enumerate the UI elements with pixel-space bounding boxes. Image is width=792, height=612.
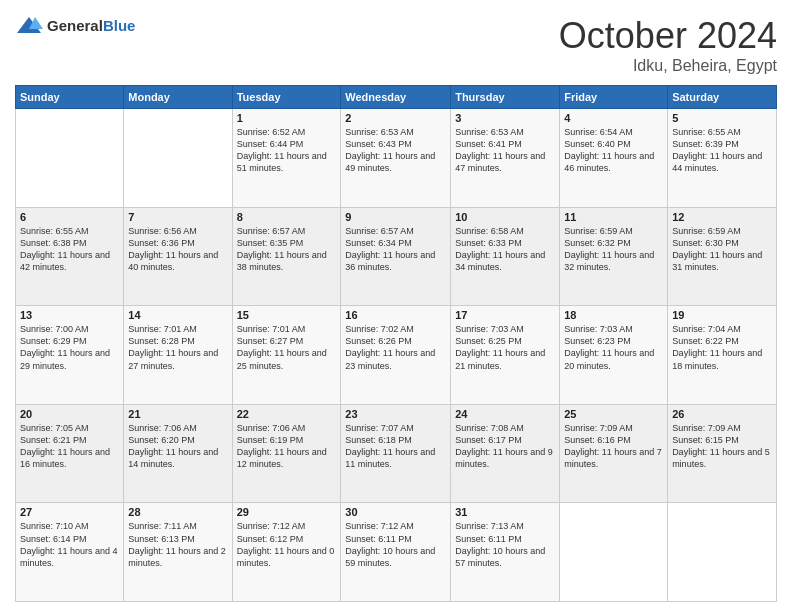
day-number: 27 — [20, 506, 119, 518]
calendar-cell — [668, 503, 777, 602]
calendar-cell — [16, 109, 124, 208]
cell-sun-info: Sunrise: 6:59 AM Sunset: 6:32 PM Dayligh… — [564, 225, 663, 274]
calendar-table: SundayMondayTuesdayWednesdayThursdayFrid… — [15, 85, 777, 602]
header: GeneralBlue October 2024 Idku, Beheira, … — [15, 15, 777, 75]
cell-sun-info: Sunrise: 7:10 AM Sunset: 6:14 PM Dayligh… — [20, 520, 119, 569]
cell-sun-info: Sunrise: 7:13 AM Sunset: 6:11 PM Dayligh… — [455, 520, 555, 569]
calendar-cell: 1Sunrise: 6:52 AM Sunset: 6:44 PM Daylig… — [232, 109, 341, 208]
calendar-cell: 18Sunrise: 7:03 AM Sunset: 6:23 PM Dayli… — [560, 306, 668, 405]
weekday-saturday: Saturday — [668, 86, 777, 109]
weekday-tuesday: Tuesday — [232, 86, 341, 109]
day-number: 23 — [345, 408, 446, 420]
day-number: 20 — [20, 408, 119, 420]
calendar-cell: 3Sunrise: 6:53 AM Sunset: 6:41 PM Daylig… — [451, 109, 560, 208]
week-row-5: 27Sunrise: 7:10 AM Sunset: 6:14 PM Dayli… — [16, 503, 777, 602]
calendar-cell: 24Sunrise: 7:08 AM Sunset: 6:17 PM Dayli… — [451, 404, 560, 503]
calendar-cell: 15Sunrise: 7:01 AM Sunset: 6:27 PM Dayli… — [232, 306, 341, 405]
cell-sun-info: Sunrise: 7:05 AM Sunset: 6:21 PM Dayligh… — [20, 422, 119, 471]
cell-sun-info: Sunrise: 7:03 AM Sunset: 6:23 PM Dayligh… — [564, 323, 663, 372]
weekday-header-row: SundayMondayTuesdayWednesdayThursdayFrid… — [16, 86, 777, 109]
month-title: October 2024 — [559, 15, 777, 57]
calendar-cell: 20Sunrise: 7:05 AM Sunset: 6:21 PM Dayli… — [16, 404, 124, 503]
cell-sun-info: Sunrise: 7:02 AM Sunset: 6:26 PM Dayligh… — [345, 323, 446, 372]
week-row-4: 20Sunrise: 7:05 AM Sunset: 6:21 PM Dayli… — [16, 404, 777, 503]
calendar-cell: 19Sunrise: 7:04 AM Sunset: 6:22 PM Dayli… — [668, 306, 777, 405]
calendar-cell: 8Sunrise: 6:57 AM Sunset: 6:35 PM Daylig… — [232, 207, 341, 306]
cell-sun-info: Sunrise: 6:58 AM Sunset: 6:33 PM Dayligh… — [455, 225, 555, 274]
calendar-cell: 7Sunrise: 6:56 AM Sunset: 6:36 PM Daylig… — [124, 207, 232, 306]
calendar-cell: 21Sunrise: 7:06 AM Sunset: 6:20 PM Dayli… — [124, 404, 232, 503]
calendar-cell: 25Sunrise: 7:09 AM Sunset: 6:16 PM Dayli… — [560, 404, 668, 503]
calendar-cell: 23Sunrise: 7:07 AM Sunset: 6:18 PM Dayli… — [341, 404, 451, 503]
cell-sun-info: Sunrise: 6:57 AM Sunset: 6:34 PM Dayligh… — [345, 225, 446, 274]
calendar-cell: 29Sunrise: 7:12 AM Sunset: 6:12 PM Dayli… — [232, 503, 341, 602]
day-number: 16 — [345, 309, 446, 321]
calendar-cell: 12Sunrise: 6:59 AM Sunset: 6:30 PM Dayli… — [668, 207, 777, 306]
logo: GeneralBlue — [15, 15, 135, 37]
cell-sun-info: Sunrise: 6:59 AM Sunset: 6:30 PM Dayligh… — [672, 225, 772, 274]
calendar-cell: 6Sunrise: 6:55 AM Sunset: 6:38 PM Daylig… — [16, 207, 124, 306]
day-number: 8 — [237, 211, 337, 223]
day-number: 28 — [128, 506, 227, 518]
day-number: 6 — [20, 211, 119, 223]
calendar-cell: 14Sunrise: 7:01 AM Sunset: 6:28 PM Dayli… — [124, 306, 232, 405]
day-number: 13 — [20, 309, 119, 321]
day-number: 18 — [564, 309, 663, 321]
cell-sun-info: Sunrise: 6:52 AM Sunset: 6:44 PM Dayligh… — [237, 126, 337, 175]
calendar-cell: 17Sunrise: 7:03 AM Sunset: 6:25 PM Dayli… — [451, 306, 560, 405]
cell-sun-info: Sunrise: 6:55 AM Sunset: 6:38 PM Dayligh… — [20, 225, 119, 274]
location-title: Idku, Beheira, Egypt — [559, 57, 777, 75]
calendar-cell: 31Sunrise: 7:13 AM Sunset: 6:11 PM Dayli… — [451, 503, 560, 602]
calendar-cell: 28Sunrise: 7:11 AM Sunset: 6:13 PM Dayli… — [124, 503, 232, 602]
day-number: 21 — [128, 408, 227, 420]
calendar-cell: 11Sunrise: 6:59 AM Sunset: 6:32 PM Dayli… — [560, 207, 668, 306]
day-number: 30 — [345, 506, 446, 518]
week-row-1: 1Sunrise: 6:52 AM Sunset: 6:44 PM Daylig… — [16, 109, 777, 208]
calendar-cell: 4Sunrise: 6:54 AM Sunset: 6:40 PM Daylig… — [560, 109, 668, 208]
cell-sun-info: Sunrise: 7:03 AM Sunset: 6:25 PM Dayligh… — [455, 323, 555, 372]
calendar-cell: 10Sunrise: 6:58 AM Sunset: 6:33 PM Dayli… — [451, 207, 560, 306]
cell-sun-info: Sunrise: 6:54 AM Sunset: 6:40 PM Dayligh… — [564, 126, 663, 175]
cell-sun-info: Sunrise: 6:55 AM Sunset: 6:39 PM Dayligh… — [672, 126, 772, 175]
day-number: 22 — [237, 408, 337, 420]
calendar-cell: 16Sunrise: 7:02 AM Sunset: 6:26 PM Dayli… — [341, 306, 451, 405]
weekday-monday: Monday — [124, 86, 232, 109]
day-number: 11 — [564, 211, 663, 223]
day-number: 3 — [455, 112, 555, 124]
logo-general: General — [47, 17, 103, 34]
weekday-sunday: Sunday — [16, 86, 124, 109]
cell-sun-info: Sunrise: 6:56 AM Sunset: 6:36 PM Dayligh… — [128, 225, 227, 274]
cell-sun-info: Sunrise: 7:06 AM Sunset: 6:20 PM Dayligh… — [128, 422, 227, 471]
day-number: 31 — [455, 506, 555, 518]
calendar-cell — [560, 503, 668, 602]
day-number: 14 — [128, 309, 227, 321]
logo-blue: Blue — [103, 17, 136, 34]
calendar-cell: 30Sunrise: 7:12 AM Sunset: 6:11 PM Dayli… — [341, 503, 451, 602]
cell-sun-info: Sunrise: 7:08 AM Sunset: 6:17 PM Dayligh… — [455, 422, 555, 471]
cell-sun-info: Sunrise: 7:01 AM Sunset: 6:28 PM Dayligh… — [128, 323, 227, 372]
logo-icon — [15, 15, 43, 37]
weekday-thursday: Thursday — [451, 86, 560, 109]
calendar-cell — [124, 109, 232, 208]
day-number: 7 — [128, 211, 227, 223]
day-number: 1 — [237, 112, 337, 124]
cell-sun-info: Sunrise: 7:00 AM Sunset: 6:29 PM Dayligh… — [20, 323, 119, 372]
calendar-cell: 22Sunrise: 7:06 AM Sunset: 6:19 PM Dayli… — [232, 404, 341, 503]
day-number: 5 — [672, 112, 772, 124]
cell-sun-info: Sunrise: 7:07 AM Sunset: 6:18 PM Dayligh… — [345, 422, 446, 471]
day-number: 19 — [672, 309, 772, 321]
calendar-cell: 27Sunrise: 7:10 AM Sunset: 6:14 PM Dayli… — [16, 503, 124, 602]
week-row-3: 13Sunrise: 7:00 AM Sunset: 6:29 PM Dayli… — [16, 306, 777, 405]
weekday-wednesday: Wednesday — [341, 86, 451, 109]
calendar-cell: 13Sunrise: 7:00 AM Sunset: 6:29 PM Dayli… — [16, 306, 124, 405]
day-number: 12 — [672, 211, 772, 223]
cell-sun-info: Sunrise: 7:01 AM Sunset: 6:27 PM Dayligh… — [237, 323, 337, 372]
day-number: 15 — [237, 309, 337, 321]
weekday-friday: Friday — [560, 86, 668, 109]
day-number: 9 — [345, 211, 446, 223]
cell-sun-info: Sunrise: 6:53 AM Sunset: 6:41 PM Dayligh… — [455, 126, 555, 175]
cell-sun-info: Sunrise: 6:57 AM Sunset: 6:35 PM Dayligh… — [237, 225, 337, 274]
day-number: 26 — [672, 408, 772, 420]
day-number: 2 — [345, 112, 446, 124]
day-number: 29 — [237, 506, 337, 518]
